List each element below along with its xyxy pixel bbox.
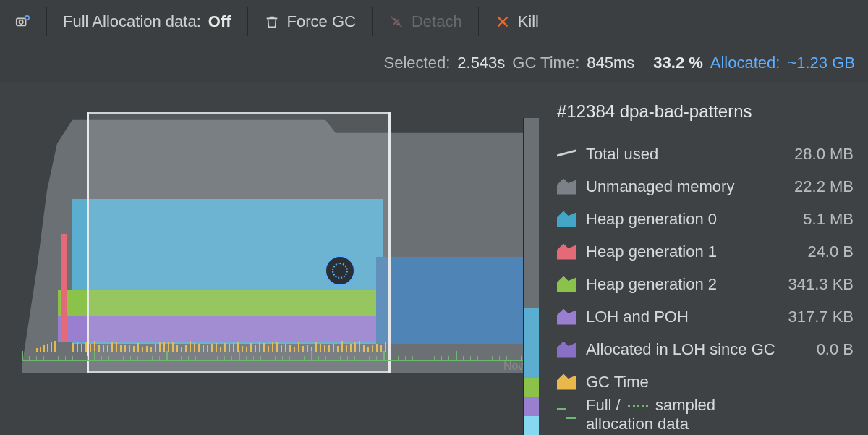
chart-overview-strip[interactable] (523, 118, 539, 435)
kill-label: Kill (518, 12, 539, 31)
legend-value: 28.0 MB (787, 145, 854, 164)
legend-label: GC Time (586, 373, 777, 392)
legend-value: 0.0 B (787, 340, 854, 359)
gc-time-label: GC Time: (512, 54, 579, 72)
allocated-value: ~1.23 GB (787, 54, 855, 72)
svg-rect-0 (17, 18, 26, 25)
legend-value: 22.2 MB (787, 177, 854, 196)
legend-swatch (557, 374, 576, 390)
legend-label: Allocated in LOH since GC (586, 340, 777, 359)
timeline-ruler[interactable] (22, 357, 535, 370)
legend-swatch (557, 211, 576, 227)
legend-item[interactable]: Full / sampled allocation data (557, 398, 854, 431)
detach-icon (388, 14, 404, 30)
trash-icon (264, 14, 280, 30)
legend-label: Heap generation 0 (586, 210, 777, 229)
legend-value: 24.0 B (787, 242, 854, 261)
kill-icon (495, 14, 511, 30)
chart-layer-gen1 (61, 234, 67, 342)
force-gc-button[interactable]: Force GC (257, 8, 363, 35)
svg-point-2 (25, 15, 29, 20)
legend-item[interactable]: Heap generation 05.1 MB (557, 203, 854, 235)
selection-info-bar: Selected: 2.543s GC Time: 845ms 33.2 % A… (0, 43, 868, 83)
legend-swatch (557, 244, 576, 260)
kill-button[interactable]: Kill (488, 8, 546, 35)
legend-label: Unmanaged memory (586, 177, 777, 196)
legend-label: Total used (586, 145, 777, 164)
legend-swatch (557, 342, 576, 358)
camera-settings-button[interactable] (7, 9, 38, 34)
selected-label: Selected: (384, 54, 451, 72)
timeline-marker[interactable] (325, 255, 355, 286)
legend-swatch (557, 146, 576, 162)
legend-label: Heap generation 1 (586, 242, 777, 261)
force-gc-label: Force GC (287, 12, 356, 31)
legend-value: 5.1 MB (787, 210, 854, 229)
legend-item[interactable]: GC Time (557, 366, 854, 398)
timeline-chart[interactable]: Now (0, 83, 539, 435)
legend-value: 341.3 KB (787, 275, 854, 294)
camera-gear-icon (14, 14, 30, 30)
gc-time-value: 845ms (587, 54, 634, 72)
svg-point-1 (19, 20, 23, 24)
legend-swatch (557, 276, 576, 292)
detach-button[interactable]: Detach (381, 8, 469, 35)
selected-value: 2.543s (457, 54, 505, 72)
legend-swatch (557, 179, 576, 195)
allocated-label: Allocated: (710, 54, 780, 72)
allocation-label: Full Allocation data: (63, 12, 201, 31)
gc-percent: 33.2 % (653, 54, 703, 72)
legend-label: Heap generation 2 (586, 275, 777, 294)
legend-label: LOH and POH (586, 308, 777, 326)
detach-label: Detach (412, 12, 462, 31)
allocation-value: Off (208, 12, 231, 31)
allocation-toggle[interactable]: Full Allocation data: Off (56, 8, 239, 35)
legend-item[interactable]: Heap generation 2341.3 KB (557, 268, 854, 300)
legend-item[interactable]: Heap generation 124.0 B (557, 235, 854, 268)
legend-item[interactable]: Unmanaged memory22.2 MB (557, 170, 854, 203)
legend-item[interactable]: LOH and POH317.7 KB (557, 300, 854, 333)
chart-layer-right (376, 257, 528, 344)
selection-overlay[interactable] (87, 112, 391, 373)
legend-item[interactable]: Allocated in LOH since GC0.0 B (557, 333, 854, 366)
legend-swatch (557, 407, 576, 423)
legend-label: Full / sampled allocation data (586, 396, 777, 434)
selection-handle-left[interactable] (87, 112, 89, 373)
legend-title: #12384 dpa-bad-patterns (557, 101, 854, 122)
selection-handle-right[interactable] (388, 112, 391, 373)
legend-value: 317.7 KB (787, 308, 854, 326)
legend-panel: #12384 dpa-bad-patterns Total used28.0 M… (539, 83, 868, 435)
legend-item[interactable]: Total used28.0 MB (557, 138, 854, 170)
legend-swatch (557, 309, 576, 325)
